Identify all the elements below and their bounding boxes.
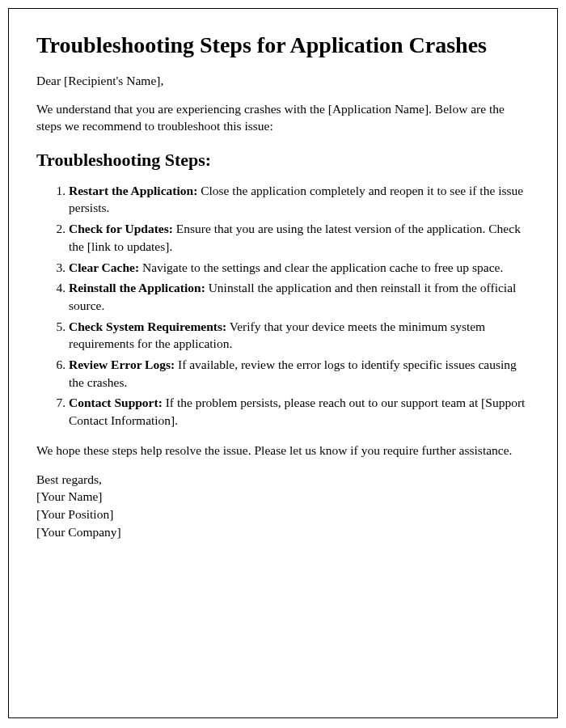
section-heading: Troubleshooting Steps: [36, 150, 530, 171]
step-title: Contact Support: [69, 396, 163, 409]
sender-company: [Your Company] [36, 525, 121, 539]
list-item: Check for Updates: Ensure that you are u… [69, 220, 530, 255]
page-title: Troubleshooting Steps for Application Cr… [36, 32, 530, 58]
sender-name: [Your Name] [36, 489, 103, 503]
document-page: Troubleshooting Steps for Application Cr… [8, 8, 558, 718]
steps-list: Restart the Application: Close the appli… [36, 182, 530, 430]
greeting-line: Dear [Recipient's Name], [36, 73, 530, 90]
sender-position: [Your Position] [36, 507, 113, 521]
signoff-block: Best regards, [Your Name] [Your Position… [36, 471, 530, 541]
list-item: Contact Support: If the problem persists… [69, 394, 530, 429]
outro-paragraph: We hope these steps help resolve the iss… [36, 442, 530, 459]
list-item: Clear Cache: Navigate to the settings an… [69, 259, 530, 277]
closing-line: Best regards, [36, 472, 102, 486]
step-title: Review Error Logs: [69, 358, 175, 371]
step-title: Restart the Application: [69, 184, 197, 197]
step-body: Navigate to the settings and clear the a… [139, 260, 503, 274]
step-title: Clear Cache: [69, 260, 139, 274]
step-title: Check System Requirements: [69, 320, 226, 333]
list-item: Reinstall the Application: Uninstall the… [69, 279, 530, 314]
list-item: Review Error Logs: If available, review … [69, 356, 530, 391]
list-item: Check System Requirements: Verify that y… [69, 318, 530, 353]
step-title: Check for Updates: [69, 222, 173, 235]
intro-paragraph: We understand that you are experiencing … [36, 101, 530, 135]
list-item: Restart the Application: Close the appli… [69, 182, 530, 217]
step-title: Reinstall the Application: [69, 281, 205, 294]
